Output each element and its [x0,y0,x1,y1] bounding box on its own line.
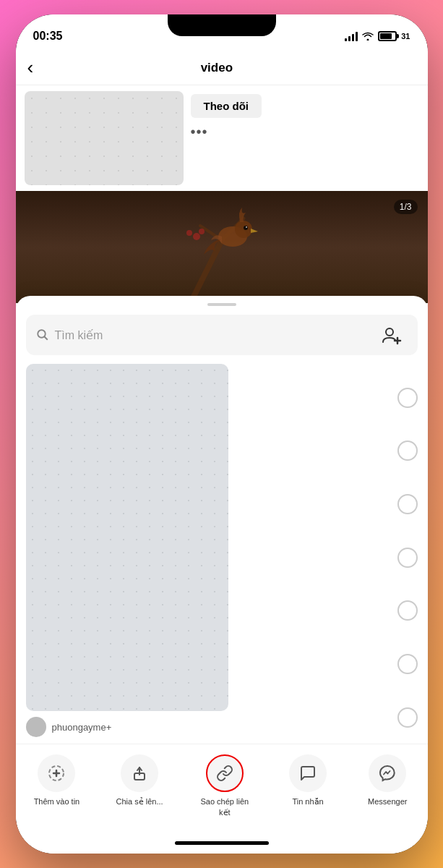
phone-frame: 00:35 31 ‹ vi [16,14,428,854]
notch [168,14,276,36]
svg-point-10 [186,230,192,236]
svg-point-6 [244,226,248,230]
radio-item[interactable] [397,654,418,674]
svg-point-8 [193,233,200,240]
add-story-icon [48,765,65,782]
svg-point-9 [199,229,205,234]
page-indicator: 1/3 [394,200,418,214]
message-label: Tin nhắn [292,796,323,807]
add-to-story-action[interactable]: Thêm vào tin [34,754,80,807]
copy-link-label: Sao chép liên kết [199,796,250,817]
status-icons: 31 [345,31,410,41]
radio-item[interactable] [397,388,418,408]
wifi-icon [362,32,374,41]
video-actions: Theo dõi ••• [191,91,262,140]
share-label: Chia sẻ lên... [116,796,163,807]
message-icon [299,765,317,782]
add-story-label: Thêm vào tin [34,796,80,807]
radio-item[interactable] [397,600,418,621]
video-player: 1/3 [16,191,428,303]
status-time: 00:35 [33,30,63,43]
action-bar: Thêm vào tin Chia sẻ lên... [16,744,428,832]
radio-item[interactable] [397,707,418,728]
bottom-sheet: Tìm kiếm [16,296,428,854]
radio-item[interactable] [397,548,418,568]
message-action[interactable]: Tin nhắn [286,754,330,807]
svg-point-13 [386,328,393,336]
contact-thumbnail [26,364,228,711]
thumbnail-texture [26,364,228,711]
nav-bar: ‹ video [16,51,428,85]
sheet-handle [207,303,236,306]
messenger-icon [379,765,396,782]
back-button[interactable]: ‹ [27,56,34,79]
messenger-label: Messenger [368,796,407,807]
signal-icon [345,31,358,41]
copy-link-action[interactable]: Sao chép liên kết [199,754,250,817]
radio-item[interactable] [397,494,418,514]
contact-area: phuongayme+ [16,364,428,744]
video-artwork [179,197,265,298]
home-bar [175,841,269,845]
radio-list [236,364,418,744]
svg-line-12 [44,336,48,340]
video-header-area: Theo dõi ••• [16,85,428,191]
message-icon-circle [289,754,327,792]
search-icon [36,328,49,341]
video-content [16,191,428,303]
add-story-icon-circle [38,754,75,792]
svg-marker-5 [251,229,258,233]
thumbnail-texture [25,91,184,185]
page-title: video [42,61,391,75]
theo-doi-button[interactable]: Theo dõi [191,94,262,118]
radio-item[interactable] [397,441,418,461]
battery-icon [378,31,397,41]
more-options-button[interactable]: ••• [191,124,208,140]
messenger-icon-circle [369,754,406,792]
battery-level: 31 [401,32,410,41]
home-indicator [16,832,428,854]
add-person-icon [382,325,402,345]
contact-list: phuongayme+ [26,364,228,744]
copy-link-icon-circle [206,754,244,792]
contact-username: phuongayme+ [52,722,112,733]
avatar [26,717,46,737]
link-icon [216,765,233,782]
share-icon-circle [121,754,158,792]
svg-point-7 [246,226,247,228]
add-friend-button[interactable] [379,322,405,348]
share-icon [131,765,148,782]
messenger-action[interactable]: Messenger [366,754,409,807]
contact-name-row: phuongayme+ [26,717,228,737]
svg-point-4 [235,221,252,238]
video-thumbnail-small [25,91,184,185]
phone-screen: 00:35 31 ‹ vi [16,14,428,854]
search-bar[interactable]: Tìm kiếm [26,315,418,355]
share-action[interactable]: Chia sẻ lên... [116,754,163,807]
svg-point-11 [38,330,46,338]
search-placeholder: Tìm kiếm [55,328,373,342]
